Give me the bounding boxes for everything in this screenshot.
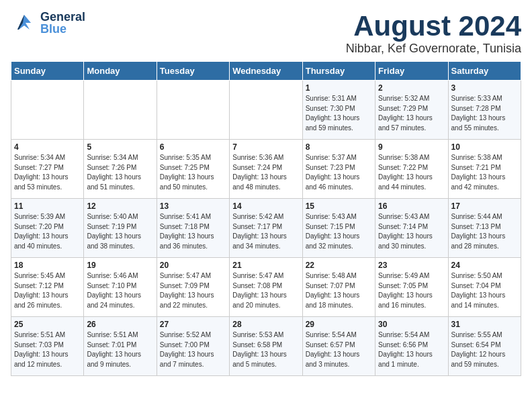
day-number: 16	[378, 201, 445, 211]
cell-content: Sunrise: 5:38 AM Sunset: 7:22 PM Dayligh…	[378, 153, 445, 192]
day-number: 11	[14, 201, 81, 211]
title-block: August 2024 Nibbar, Kef Governorate, Tun…	[346, 11, 521, 56]
day-header-saturday: Saturday	[448, 62, 521, 81]
day-number: 12	[87, 201, 153, 211]
day-number: 4	[14, 142, 81, 152]
day-number: 8	[306, 142, 372, 152]
logo: General Blue	[11, 11, 85, 35]
day-number: 17	[451, 201, 518, 211]
day-header-friday: Friday	[375, 62, 448, 81]
calendar-cell	[84, 81, 157, 140]
cell-content: Sunrise: 5:49 AM Sunset: 7:05 PM Dayligh…	[378, 271, 445, 310]
day-header-wednesday: Wednesday	[230, 62, 302, 81]
month-title: August 2024	[346, 11, 521, 42]
day-header-tuesday: Tuesday	[157, 62, 229, 81]
calendar-cell: 31Sunrise: 5:55 AM Sunset: 6:54 PM Dayli…	[448, 317, 521, 376]
cell-content: Sunrise: 5:44 AM Sunset: 7:13 PM Dayligh…	[451, 212, 518, 251]
day-number: 9	[378, 142, 445, 152]
day-number: 27	[160, 320, 226, 329]
logo-text: General Blue	[40, 11, 85, 35]
cell-content: Sunrise: 5:53 AM Sunset: 6:58 PM Dayligh…	[232, 330, 299, 369]
logo-general: General	[40, 11, 85, 23]
calendar-week-row: 18Sunrise: 5:45 AM Sunset: 7:12 PM Dayli…	[11, 258, 521, 317]
day-number: 29	[306, 320, 372, 329]
day-number: 22	[306, 261, 372, 270]
cell-content: Sunrise: 5:54 AM Sunset: 6:56 PM Dayligh…	[378, 330, 445, 369]
calendar-cell: 24Sunrise: 5:50 AM Sunset: 7:04 PM Dayli…	[448, 258, 521, 317]
calendar-cell: 13Sunrise: 5:41 AM Sunset: 7:18 PM Dayli…	[157, 199, 229, 258]
cell-content: Sunrise: 5:34 AM Sunset: 7:27 PM Dayligh…	[14, 153, 81, 192]
cell-content: Sunrise: 5:34 AM Sunset: 7:26 PM Dayligh…	[87, 153, 153, 192]
cell-content: Sunrise: 5:51 AM Sunset: 7:01 PM Dayligh…	[87, 330, 153, 369]
day-number: 1	[306, 83, 372, 93]
page-header: General Blue August 2024 Nibbar, Kef Gov…	[11, 11, 521, 56]
cell-content: Sunrise: 5:55 AM Sunset: 6:54 PM Dayligh…	[451, 330, 518, 369]
cell-content: Sunrise: 5:54 AM Sunset: 6:57 PM Dayligh…	[306, 330, 372, 369]
day-number: 7	[232, 142, 299, 152]
cell-content: Sunrise: 5:33 AM Sunset: 7:28 PM Dayligh…	[451, 94, 518, 133]
calendar-cell: 12Sunrise: 5:40 AM Sunset: 7:19 PM Dayli…	[84, 199, 157, 258]
calendar-cell: 28Sunrise: 5:53 AM Sunset: 6:58 PM Dayli…	[230, 317, 302, 376]
calendar-cell: 26Sunrise: 5:51 AM Sunset: 7:01 PM Dayli…	[84, 317, 157, 376]
cell-content: Sunrise: 5:38 AM Sunset: 7:21 PM Dayligh…	[451, 153, 518, 192]
calendar-cell: 7Sunrise: 5:36 AM Sunset: 7:24 PM Daylig…	[230, 140, 302, 199]
calendar-cell: 20Sunrise: 5:47 AM Sunset: 7:09 PM Dayli…	[157, 258, 229, 317]
calendar-cell	[230, 81, 302, 140]
cell-content: Sunrise: 5:35 AM Sunset: 7:25 PM Dayligh…	[160, 153, 226, 192]
day-number: 3	[451, 83, 518, 93]
calendar-cell: 30Sunrise: 5:54 AM Sunset: 6:56 PM Dayli…	[375, 317, 448, 376]
calendar-cell: 29Sunrise: 5:54 AM Sunset: 6:57 PM Dayli…	[302, 317, 375, 376]
calendar-cell: 8Sunrise: 5:37 AM Sunset: 7:23 PM Daylig…	[302, 140, 375, 199]
calendar-week-row: 25Sunrise: 5:51 AM Sunset: 7:03 PM Dayli…	[11, 317, 521, 376]
calendar-cell: 25Sunrise: 5:51 AM Sunset: 7:03 PM Dayli…	[11, 317, 84, 376]
cell-content: Sunrise: 5:50 AM Sunset: 7:04 PM Dayligh…	[451, 271, 518, 310]
day-number: 20	[160, 261, 226, 270]
day-header-monday: Monday	[84, 62, 157, 81]
calendar-cell: 3Sunrise: 5:33 AM Sunset: 7:28 PM Daylig…	[448, 81, 521, 140]
day-number: 28	[232, 320, 299, 329]
calendar-cell: 6Sunrise: 5:35 AM Sunset: 7:25 PM Daylig…	[157, 140, 229, 199]
day-number: 14	[232, 201, 299, 211]
cell-content: Sunrise: 5:51 AM Sunset: 7:03 PM Dayligh…	[14, 330, 81, 369]
day-number: 6	[160, 142, 226, 152]
cell-content: Sunrise: 5:46 AM Sunset: 7:10 PM Dayligh…	[87, 271, 153, 310]
day-number: 24	[451, 261, 518, 270]
logo-blue: Blue	[40, 23, 85, 35]
calendar-cell: 10Sunrise: 5:38 AM Sunset: 7:21 PM Dayli…	[448, 140, 521, 199]
calendar-cell: 16Sunrise: 5:43 AM Sunset: 7:14 PM Dayli…	[375, 199, 448, 258]
calendar-table: SundayMondayTuesdayWednesdayThursdayFrid…	[11, 61, 521, 376]
calendar-week-row: 4Sunrise: 5:34 AM Sunset: 7:27 PM Daylig…	[11, 140, 521, 199]
calendar-cell: 27Sunrise: 5:52 AM Sunset: 7:00 PM Dayli…	[157, 317, 229, 376]
day-number: 25	[14, 320, 81, 329]
cell-content: Sunrise: 5:43 AM Sunset: 7:14 PM Dayligh…	[378, 212, 445, 251]
day-number: 21	[232, 261, 299, 270]
calendar-cell: 14Sunrise: 5:42 AM Sunset: 7:17 PM Dayli…	[230, 199, 302, 258]
calendar-cell: 21Sunrise: 5:47 AM Sunset: 7:08 PM Dayli…	[230, 258, 302, 317]
day-number: 23	[378, 261, 445, 270]
cell-content: Sunrise: 5:42 AM Sunset: 7:17 PM Dayligh…	[232, 212, 299, 251]
day-header-sunday: Sunday	[11, 62, 84, 81]
cell-content: Sunrise: 5:39 AM Sunset: 7:20 PM Dayligh…	[14, 212, 81, 251]
calendar-header-row: SundayMondayTuesdayWednesdayThursdayFrid…	[11, 62, 521, 81]
calendar-cell: 9Sunrise: 5:38 AM Sunset: 7:22 PM Daylig…	[375, 140, 448, 199]
day-number: 26	[87, 320, 153, 329]
cell-content: Sunrise: 5:31 AM Sunset: 7:30 PM Dayligh…	[306, 94, 372, 133]
calendar-cell: 18Sunrise: 5:45 AM Sunset: 7:12 PM Dayli…	[11, 258, 84, 317]
day-number: 5	[87, 142, 153, 152]
calendar-cell: 2Sunrise: 5:32 AM Sunset: 7:29 PM Daylig…	[375, 81, 448, 140]
day-number: 2	[378, 83, 445, 93]
cell-content: Sunrise: 5:48 AM Sunset: 7:07 PM Dayligh…	[306, 271, 372, 310]
day-number: 30	[378, 320, 445, 329]
calendar-week-row: 1Sunrise: 5:31 AM Sunset: 7:30 PM Daylig…	[11, 81, 521, 140]
calendar-cell	[157, 81, 229, 140]
calendar-cell: 17Sunrise: 5:44 AM Sunset: 7:13 PM Dayli…	[448, 199, 521, 258]
cell-content: Sunrise: 5:47 AM Sunset: 7:08 PM Dayligh…	[232, 271, 299, 310]
cell-content: Sunrise: 5:52 AM Sunset: 7:00 PM Dayligh…	[160, 330, 226, 369]
cell-content: Sunrise: 5:32 AM Sunset: 7:29 PM Dayligh…	[378, 94, 445, 133]
calendar-cell: 5Sunrise: 5:34 AM Sunset: 7:26 PM Daylig…	[84, 140, 157, 199]
calendar-cell: 11Sunrise: 5:39 AM Sunset: 7:20 PM Dayli…	[11, 199, 84, 258]
calendar-cell: 15Sunrise: 5:43 AM Sunset: 7:15 PM Dayli…	[302, 199, 375, 258]
calendar-week-row: 11Sunrise: 5:39 AM Sunset: 7:20 PM Dayli…	[11, 199, 521, 258]
calendar-cell: 22Sunrise: 5:48 AM Sunset: 7:07 PM Dayli…	[302, 258, 375, 317]
day-number: 19	[87, 261, 153, 270]
